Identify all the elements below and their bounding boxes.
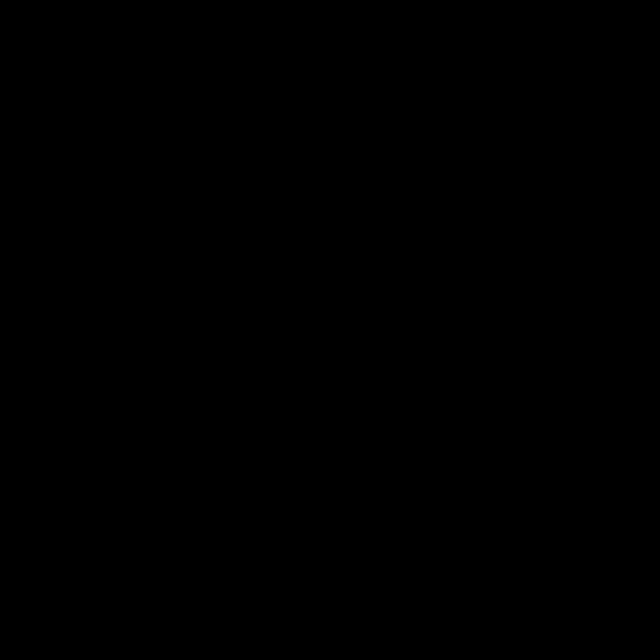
chart-container bbox=[0, 0, 644, 644]
frame-bg bbox=[0, 0, 644, 644]
bottleneck-chart bbox=[0, 0, 644, 644]
